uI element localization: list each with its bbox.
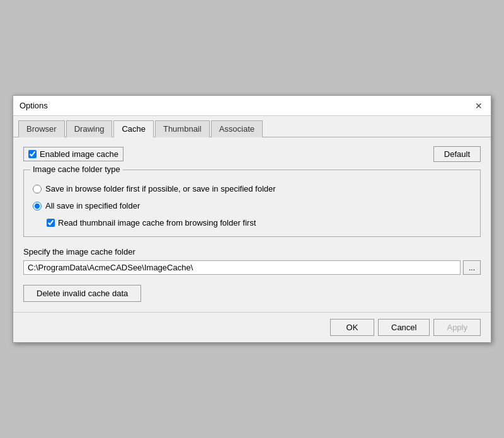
bottom-bar: OK Cancel Apply	[13, 312, 491, 342]
browse-button[interactable]: ...	[463, 260, 481, 275]
radio-specified-folder[interactable]	[33, 202, 42, 210]
ok-button[interactable]: OK	[330, 319, 374, 336]
tab-drawing[interactable]: Drawing	[66, 120, 113, 137]
path-row: ...	[23, 260, 481, 275]
read-thumb-checkbox[interactable]	[47, 219, 55, 227]
title-bar: Options ✕	[13, 96, 491, 116]
tab-browser[interactable]: Browser	[18, 120, 65, 137]
radio-save-browse: Save in browse folder first if possible,…	[33, 184, 471, 193]
radio-save-specified: All save in specified folder	[33, 201, 471, 210]
tab-thumbnail[interactable]: Thumbnail	[155, 120, 210, 137]
apply-button[interactable]: Apply	[433, 319, 481, 336]
image-cache-folder-group: Image cache folder type Save in browse f…	[23, 170, 481, 237]
specify-label: Specify the image cache folder	[23, 247, 481, 256]
read-thumbnail-indent: Read thumbnail image cache from browsing…	[33, 218, 471, 228]
close-button[interactable]: ✕	[473, 100, 484, 112]
options-dialog: Options ✕ Browser Drawing Cache Thumbnai…	[13, 95, 491, 343]
radio-browse-folder[interactable]	[33, 185, 42, 193]
delete-cache-button[interactable]: Delete invalid cache data	[23, 285, 141, 302]
default-button[interactable]: Default	[433, 146, 481, 162]
window-title: Options	[20, 101, 48, 110]
cancel-button[interactable]: Cancel	[378, 319, 430, 336]
tab-content: Enabled image cache Default Image cache …	[13, 137, 491, 312]
group-box-title: Image cache folder type	[30, 164, 123, 174]
tabs-bar: Browser Drawing Cache Thumbnail Associat…	[13, 116, 491, 137]
tab-associate[interactable]: Associate	[211, 120, 263, 137]
enable-cache-checkbox[interactable]	[28, 150, 37, 158]
top-row: Enabled image cache Default	[23, 146, 481, 162]
specify-section: Specify the image cache folder ...	[23, 247, 481, 275]
enable-cache-label[interactable]: Enabled image cache	[23, 147, 123, 161]
tab-cache[interactable]: Cache	[113, 120, 154, 137]
read-thumb-row: Read thumbnail image cache from browsing…	[47, 218, 471, 228]
path-input[interactable]	[23, 260, 461, 275]
